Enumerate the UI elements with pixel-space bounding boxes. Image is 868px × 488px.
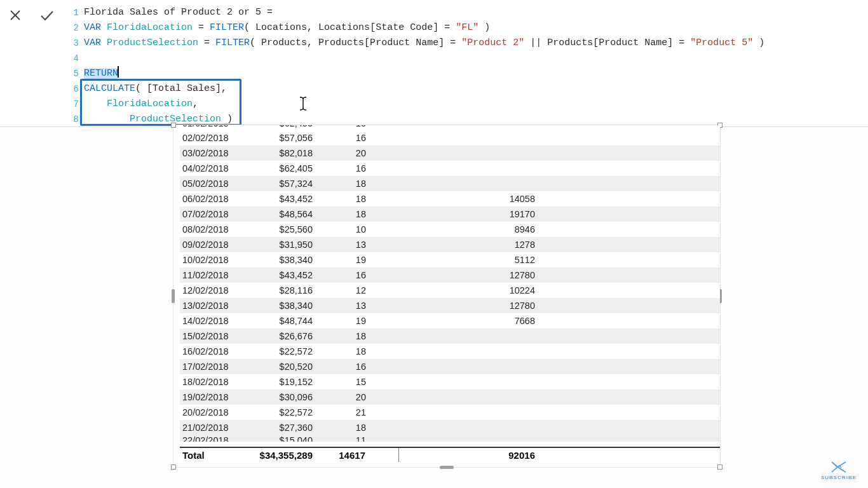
table-row[interactable]: 04/02/2018$62,40516 [180,161,720,176]
code-text[interactable]: FloridaLocation, [84,97,198,112]
table-row[interactable]: 05/02/2018$57,32418 [180,176,720,191]
code-text[interactable]: RETURN [84,66,118,81]
table-row[interactable]: 17/02/2018$20,52016 [180,359,720,374]
cell-date: 12/02/2018 [180,283,247,298]
cell-count: 18 [323,420,399,435]
line-number: 6 [69,81,84,97]
table-row[interactable]: 14/02/2018$48,744197668 [180,313,720,329]
code-line[interactable]: 3VAR ProductSelection = FILTER( Products… [69,36,764,51]
cell-extra: 5112 [399,252,545,268]
cell-count: 12 [323,283,399,298]
line-number: 4 [69,51,84,66]
dax-editor[interactable]: 1Florida Sales of Product 2 or 5 =2VAR F… [69,5,764,127]
cell-date: 09/02/2018 [180,237,247,252]
cell-count: 18 [323,176,399,191]
table-body[interactable]: 01/02/2018$62,4051502/02/2018$57,0561603… [180,125,720,445]
subscribe-watermark: SUBSCRIBE [821,461,857,480]
cell-extra: 14058 [399,191,545,207]
cell-extra [399,390,545,405]
table-row[interactable]: 21/02/2018$27,36018 [180,420,720,435]
formula-bar[interactable]: 1Florida Sales of Product 2 or 5 =2VAR F… [0,0,868,127]
cell-date: 21/02/2018 [180,420,247,435]
cell-count: 20 [323,390,399,405]
resize-handle[interactable] [717,464,722,470]
cell-extra [399,420,545,435]
code-line[interactable]: 4 [69,51,764,66]
cell-extra [399,405,545,420]
cell-extra [399,176,545,191]
code-line[interactable]: 7 FloridaLocation, [69,97,764,112]
cell-date: 03/02/2018 [180,146,247,161]
table-row[interactable]: 02/02/2018$57,05616 [180,130,720,146]
cell-count: 18 [323,191,399,207]
code-text[interactable]: Florida Sales of Product 2 or 5 = [84,5,273,20]
code-text[interactable]: VAR ProductSelection = FILTER( Products,… [84,36,764,51]
subscribe-label: SUBSCRIBE [821,475,857,480]
commit-icon[interactable] [38,6,56,24]
cell-sales: $57,324 [247,176,323,191]
table-row[interactable]: 09/02/2018$31,950131278 [180,237,720,252]
cell-count: 16 [323,130,399,146]
cell-date: 11/02/2018 [180,268,247,283]
cancel-icon[interactable] [6,6,24,24]
cell-count: 19 [323,313,399,329]
cell-date: 05/02/2018 [180,176,247,191]
code-text[interactable]: CALCULATE( [Total Sales], [84,81,227,97]
cell-sales: $25,560 [247,222,323,237]
table-row[interactable]: 06/02/2018$43,4521814058 [180,191,720,207]
table-row[interactable]: 19/02/2018$30,09620 [180,390,720,405]
cell-date: 19/02/2018 [180,390,247,405]
table-row[interactable]: 10/02/2018$38,340195112 [180,252,720,268]
line-number: 1 [69,5,84,20]
table-row-partial: 01/02/2018$62,40515 [180,125,720,130]
table-row[interactable]: 16/02/2018$22,57218 [180,344,720,359]
cell-count: 20 [323,146,399,161]
table-row[interactable]: 18/02/2018$19,15215 [180,374,720,390]
cell-count: 16 [323,161,399,176]
code-line[interactable]: 5RETURN [69,66,764,81]
line-number: 2 [69,20,84,36]
text-cursor-icon [299,96,308,115]
table-visual[interactable]: 01/02/2018$62,4051502/02/2018$57,0561603… [173,125,721,468]
cell-extra: 1278 [399,237,545,252]
table-row[interactable]: 20/02/2018$22,57221 [180,405,720,420]
text-caret [118,66,119,78]
table-row[interactable]: 13/02/2018$38,3401312780 [180,298,720,313]
code-line[interactable]: 6CALCULATE( [Total Sales], [69,81,764,97]
table-row[interactable]: 07/02/2018$48,5641819170 [180,207,720,222]
formula-bar-buttons [6,6,56,24]
cell-date: 07/02/2018 [180,207,247,222]
cell-sales: $57,056 [247,130,323,146]
cell-count: 15 [323,374,399,390]
cell-extra: 10224 [399,283,545,298]
cell-date: 08/02/2018 [180,222,247,237]
table-row[interactable]: 08/02/2018$25,560108946 [180,222,720,237]
cell-extra: 12780 [399,268,545,283]
table-row-partial: 22/02/2018$15,04011 [180,435,720,442]
cell-count: 18 [323,207,399,222]
cell-extra [399,130,545,146]
cell-sales: $82,018 [247,146,323,161]
resize-handle[interactable] [440,466,454,469]
cell-count: 13 [323,237,399,252]
table-row[interactable]: 15/02/2018$26,67618 [180,329,720,344]
resize-handle[interactable] [172,289,175,303]
cell-count: 21 [323,405,399,420]
cell-extra [399,161,545,176]
total-extra: 92016 [399,448,545,462]
code-text[interactable]: VAR FloridaLocation = FILTER( Locations,… [84,20,490,36]
cell-sales: $48,564 [247,207,323,222]
cell-sales: $43,452 [247,268,323,283]
resize-handle[interactable] [171,123,176,128]
dna-icon [829,461,848,473]
table-row[interactable]: 12/02/2018$28,1161210224 [180,283,720,298]
resize-handle[interactable] [171,464,176,470]
cell-date: 14/02/2018 [180,313,247,329]
code-line[interactable]: 2VAR FloridaLocation = FILTER( Locations… [69,20,764,36]
cell-date: 10/02/2018 [180,252,247,268]
table-row[interactable]: 11/02/2018$43,4521612780 [180,268,720,283]
code-line[interactable]: 1Florida Sales of Product 2 or 5 = [69,5,764,20]
cell-date: 20/02/2018 [180,405,247,420]
cell-extra [399,344,545,359]
table-row[interactable]: 03/02/2018$82,01820 [180,146,720,161]
